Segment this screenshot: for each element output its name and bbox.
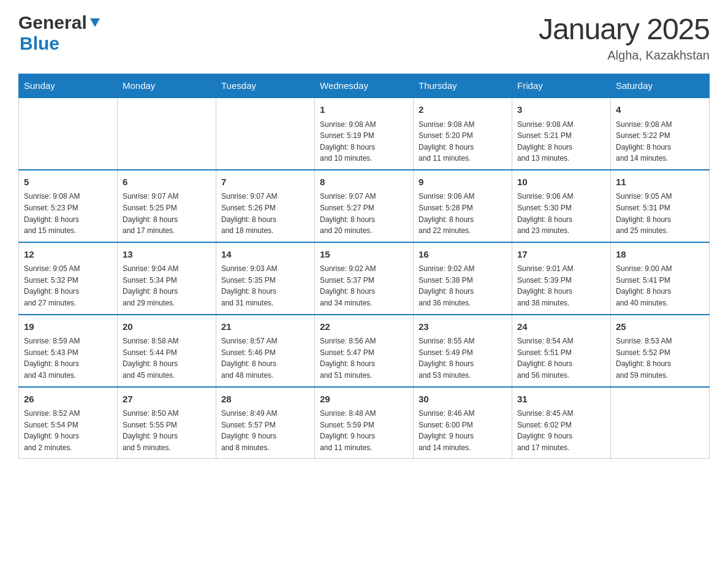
calendar-cell-day-2: 2Sunrise: 9:08 AM Sunset: 5:20 PM Daylig…	[414, 98, 512, 170]
day-info: Sunrise: 9:08 AM Sunset: 5:23 PM Dayligh…	[24, 191, 112, 236]
day-number: 13	[123, 248, 211, 262]
calendar-header-sunday: Sunday	[19, 74, 118, 98]
day-number: 7	[221, 175, 309, 190]
calendar-cell-day-15: 15Sunrise: 9:02 AM Sunset: 5:37 PM Dayli…	[315, 242, 414, 315]
logo: General Blue	[18, 12, 101, 54]
day-info: Sunrise: 8:54 AM Sunset: 5:51 PM Dayligh…	[517, 335, 605, 381]
day-info: Sunrise: 9:07 AM Sunset: 5:26 PM Dayligh…	[221, 191, 309, 236]
day-number: 5	[24, 175, 112, 190]
day-number: 30	[419, 393, 507, 407]
day-info: Sunrise: 9:08 AM Sunset: 5:19 PM Dayligh…	[320, 119, 408, 164]
day-info: Sunrise: 8:56 AM Sunset: 5:47 PM Dayligh…	[320, 335, 408, 381]
day-number: 1	[320, 103, 408, 117]
day-info: Sunrise: 8:55 AM Sunset: 5:49 PM Dayligh…	[419, 335, 507, 381]
day-number: 4	[616, 103, 704, 117]
calendar-cell-day-10: 10Sunrise: 9:06 AM Sunset: 5:30 PM Dayli…	[512, 170, 611, 242]
calendar-cell-day-29: 29Sunrise: 8:48 AM Sunset: 5:59 PM Dayli…	[315, 387, 414, 459]
day-number: 11	[616, 175, 704, 190]
calendar-cell-day-1: 1Sunrise: 9:08 AM Sunset: 5:19 PM Daylig…	[315, 98, 414, 170]
calendar-cell-day-21: 21Sunrise: 8:57 AM Sunset: 5:46 PM Dayli…	[216, 315, 315, 387]
day-info: Sunrise: 9:05 AM Sunset: 5:31 PM Dayligh…	[616, 191, 704, 236]
calendar-header-saturday: Saturday	[611, 74, 710, 98]
day-info: Sunrise: 8:52 AM Sunset: 5:54 PM Dayligh…	[24, 408, 112, 453]
calendar-cell-day-6: 6Sunrise: 9:07 AM Sunset: 5:25 PM Daylig…	[118, 170, 216, 242]
calendar-cell-day-26: 26Sunrise: 8:52 AM Sunset: 5:54 PM Dayli…	[19, 387, 118, 459]
day-number: 9	[419, 175, 507, 190]
calendar-header-thursday: Thursday	[414, 74, 512, 98]
calendar-week-row: 19Sunrise: 8:59 AM Sunset: 5:43 PM Dayli…	[19, 315, 710, 387]
day-info: Sunrise: 9:00 AM Sunset: 5:41 PM Dayligh…	[616, 263, 704, 308]
day-info: Sunrise: 9:07 AM Sunset: 5:25 PM Dayligh…	[123, 191, 211, 236]
day-info: Sunrise: 8:53 AM Sunset: 5:52 PM Dayligh…	[616, 335, 704, 381]
calendar-header-monday: Monday	[118, 74, 216, 98]
title-block: January 2025 Algha, Kazakhstan	[539, 12, 710, 63]
day-info: Sunrise: 9:06 AM Sunset: 5:28 PM Dayligh…	[419, 191, 507, 236]
calendar-cell-empty	[118, 98, 216, 170]
day-number: 16	[419, 248, 507, 262]
day-number: 20	[123, 320, 211, 334]
calendar-cell-day-20: 20Sunrise: 8:58 AM Sunset: 5:44 PM Dayli…	[118, 315, 216, 387]
calendar-cell-day-8: 8Sunrise: 9:07 AM Sunset: 5:27 PM Daylig…	[315, 170, 414, 242]
day-info: Sunrise: 8:46 AM Sunset: 6:00 PM Dayligh…	[419, 408, 507, 453]
day-info: Sunrise: 9:01 AM Sunset: 5:39 PM Dayligh…	[517, 263, 605, 308]
day-number: 22	[320, 320, 408, 334]
day-number: 17	[517, 248, 605, 262]
calendar-cell-day-14: 14Sunrise: 9:03 AM Sunset: 5:35 PM Dayli…	[216, 242, 315, 315]
day-number: 23	[419, 320, 507, 334]
calendar-cell-day-4: 4Sunrise: 9:08 AM Sunset: 5:22 PM Daylig…	[611, 98, 710, 170]
calendar-cell-empty	[19, 98, 118, 170]
day-number: 21	[221, 320, 309, 334]
day-number: 25	[616, 320, 704, 334]
svg-marker-0	[90, 18, 100, 27]
calendar-title: January 2025	[539, 12, 710, 46]
day-info: Sunrise: 8:48 AM Sunset: 5:59 PM Dayligh…	[320, 408, 408, 453]
calendar-week-row: 26Sunrise: 8:52 AM Sunset: 5:54 PM Dayli…	[19, 387, 710, 459]
calendar-header-row: SundayMondayTuesdayWednesdayThursdayFrid…	[19, 74, 710, 98]
calendar-cell-day-22: 22Sunrise: 8:56 AM Sunset: 5:47 PM Dayli…	[315, 315, 414, 387]
day-number: 3	[517, 103, 605, 117]
day-info: Sunrise: 9:06 AM Sunset: 5:30 PM Dayligh…	[517, 191, 605, 236]
calendar-cell-day-27: 27Sunrise: 8:50 AM Sunset: 5:55 PM Dayli…	[118, 387, 216, 459]
day-info: Sunrise: 8:45 AM Sunset: 6:02 PM Dayligh…	[517, 408, 605, 453]
logo-triangle-icon	[89, 16, 101, 28]
calendar-cell-day-28: 28Sunrise: 8:49 AM Sunset: 5:57 PM Dayli…	[216, 387, 315, 459]
day-info: Sunrise: 9:08 AM Sunset: 5:21 PM Dayligh…	[517, 119, 605, 164]
calendar-cell-day-16: 16Sunrise: 9:02 AM Sunset: 5:38 PM Dayli…	[414, 242, 512, 315]
day-info: Sunrise: 9:04 AM Sunset: 5:34 PM Dayligh…	[123, 263, 211, 308]
day-number: 31	[517, 393, 605, 407]
calendar-cell-empty	[216, 98, 315, 170]
day-number: 29	[320, 393, 408, 407]
day-info: Sunrise: 8:59 AM Sunset: 5:43 PM Dayligh…	[24, 335, 112, 381]
logo-general-text: General	[18, 12, 87, 33]
calendar-cell-day-13: 13Sunrise: 9:04 AM Sunset: 5:34 PM Dayli…	[118, 242, 216, 315]
calendar-cell-day-3: 3Sunrise: 9:08 AM Sunset: 5:21 PM Daylig…	[512, 98, 611, 170]
day-info: Sunrise: 8:58 AM Sunset: 5:44 PM Dayligh…	[123, 335, 211, 381]
day-number: 27	[123, 393, 211, 407]
day-info: Sunrise: 8:57 AM Sunset: 5:46 PM Dayligh…	[221, 335, 309, 381]
calendar-cell-day-17: 17Sunrise: 9:01 AM Sunset: 5:39 PM Dayli…	[512, 242, 611, 315]
day-info: Sunrise: 8:49 AM Sunset: 5:57 PM Dayligh…	[221, 408, 309, 453]
calendar-week-row: 1Sunrise: 9:08 AM Sunset: 5:19 PM Daylig…	[19, 98, 710, 170]
calendar-cell-day-12: 12Sunrise: 9:05 AM Sunset: 5:32 PM Dayli…	[19, 242, 118, 315]
day-info: Sunrise: 9:02 AM Sunset: 5:37 PM Dayligh…	[320, 263, 408, 308]
calendar-cell-day-25: 25Sunrise: 8:53 AM Sunset: 5:52 PM Dayli…	[611, 315, 710, 387]
day-number: 12	[24, 248, 112, 262]
day-info: Sunrise: 9:03 AM Sunset: 5:35 PM Dayligh…	[221, 263, 309, 308]
calendar-header-wednesday: Wednesday	[315, 74, 414, 98]
day-number: 19	[24, 320, 112, 334]
calendar-table: SundayMondayTuesdayWednesdayThursdayFrid…	[18, 74, 710, 459]
day-number: 10	[517, 175, 605, 190]
calendar-cell-empty	[611, 387, 710, 459]
day-info: Sunrise: 9:02 AM Sunset: 5:38 PM Dayligh…	[419, 263, 507, 308]
logo-blue-text: Blue	[20, 33, 59, 53]
calendar-cell-day-19: 19Sunrise: 8:59 AM Sunset: 5:43 PM Dayli…	[19, 315, 118, 387]
day-info: Sunrise: 9:08 AM Sunset: 5:22 PM Dayligh…	[616, 119, 704, 164]
page-header: General Blue January 2025 Algha, Kazakhs…	[18, 12, 710, 63]
day-info: Sunrise: 9:08 AM Sunset: 5:20 PM Dayligh…	[419, 119, 507, 164]
calendar-subtitle: Algha, Kazakhstan	[539, 48, 710, 63]
calendar-week-row: 12Sunrise: 9:05 AM Sunset: 5:32 PM Dayli…	[19, 242, 710, 315]
day-info: Sunrise: 9:07 AM Sunset: 5:27 PM Dayligh…	[320, 191, 408, 236]
day-info: Sunrise: 8:50 AM Sunset: 5:55 PM Dayligh…	[123, 408, 211, 453]
calendar-cell-day-9: 9Sunrise: 9:06 AM Sunset: 5:28 PM Daylig…	[414, 170, 512, 242]
calendar-header-friday: Friday	[512, 74, 611, 98]
